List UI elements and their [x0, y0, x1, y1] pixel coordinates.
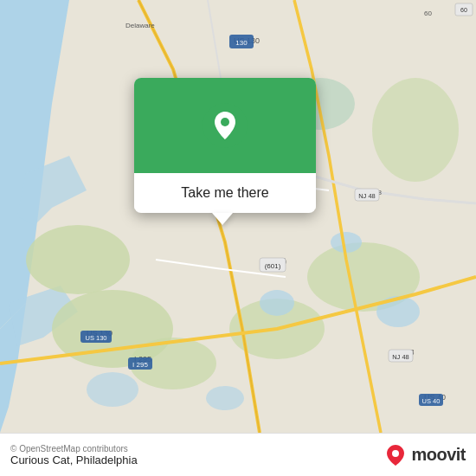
take-me-there-button[interactable]: Take me there [134, 177, 316, 209]
popup-header [134, 78, 316, 173]
moovit-logo-icon [383, 443, 408, 467]
take-me-there-section[interactable]: Take me there [134, 173, 316, 213]
map-view: US 130 Delaware 60 NJ 48 NJ 48 (601) US … [0, 0, 476, 433]
svg-point-13 [331, 232, 362, 253]
location-pin-icon [203, 103, 248, 148]
svg-point-47 [392, 450, 399, 457]
moovit-label: moovit [411, 445, 466, 465]
svg-text:US 130: US 130 [85, 334, 106, 342]
footer-bar: © OpenStreetMap contributors Curious Cat… [0, 433, 476, 476]
svg-point-12 [260, 290, 294, 316]
svg-text:I 295: I 295 [132, 361, 148, 369]
svg-text:NJ 48: NJ 48 [392, 353, 409, 361]
svg-text:130: 130 [235, 39, 248, 47]
svg-rect-0 [0, 0, 476, 433]
svg-text:Delaware: Delaware [125, 22, 155, 29]
svg-text:US 40: US 40 [422, 397, 441, 405]
location-popup: Take me there [134, 78, 316, 213]
svg-point-10 [372, 78, 459, 182]
svg-point-5 [26, 225, 130, 294]
svg-text:(601): (601) [265, 262, 281, 270]
svg-text:60: 60 [424, 10, 432, 17]
svg-text:60: 60 [460, 7, 467, 13]
svg-point-16 [206, 386, 244, 410]
svg-text:NJ 48: NJ 48 [358, 192, 376, 200]
location-title: Curious Cat, Philadelphia [10, 453, 138, 466]
svg-point-15 [87, 372, 138, 407]
footer-info: © OpenStreetMap contributors Curious Cat… [10, 444, 138, 466]
moovit-branding: moovit [383, 443, 466, 467]
copyright-text: © OpenStreetMap contributors [10, 444, 138, 453]
popup-arrow [212, 213, 233, 225]
svg-point-46 [221, 118, 229, 126]
